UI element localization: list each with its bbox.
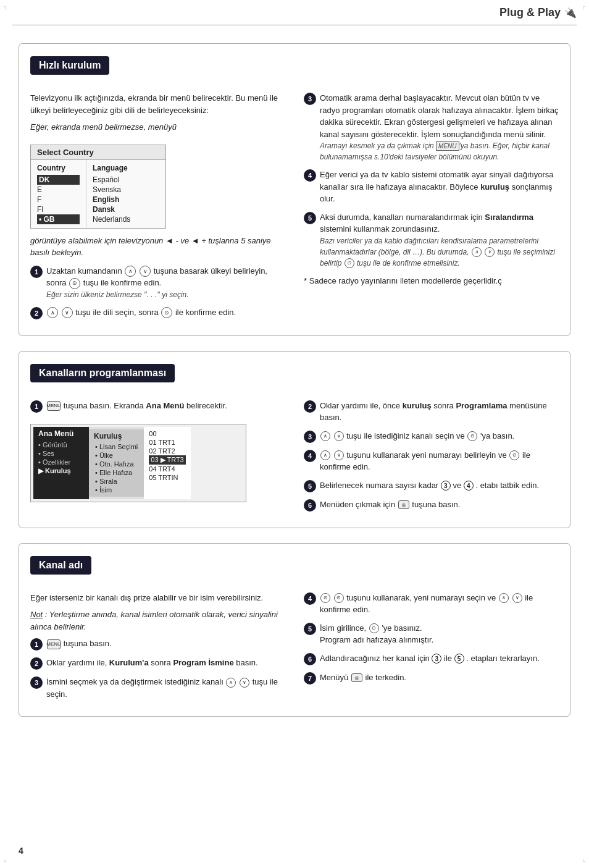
- section3-italic-rest: : Yerleştirme anında, kanal isimleri oto…: [30, 610, 278, 631]
- section1-title: Hızlı kurulum: [30, 56, 109, 75]
- step5-num: 5: [304, 212, 316, 224]
- step7-s3-text2: ile terkedin.: [366, 673, 406, 682]
- step7-s3-text: Menüyü: [320, 673, 351, 682]
- ch-trt4: 04 TRT4: [149, 465, 185, 473]
- step2-s2-text1: Oklar yardımı ile, önce: [320, 401, 403, 410]
- up3s3: ∧: [226, 678, 236, 688]
- ch-trt3: 03 ▶ TRT3: [149, 455, 185, 465]
- step4-s2-num: 4: [304, 450, 316, 462]
- step3-s2-content: ∧ ∨ tuşu ile istediğiniz kanalı seçin ve…: [320, 430, 559, 442]
- step6-s2: 6 Menüden çıkmak için ⊞ tuşuna basın.: [304, 499, 559, 512]
- corner-tr: ┌: [582, 4, 585, 9]
- step4-s2-text: tuşunu kullanarak yeni numarayı belirley…: [346, 450, 509, 460]
- step5-s2: 5 Belirlenecek numara sayısı kadar 3 ve …: [304, 479, 559, 492]
- step3-s2-text2: 'ya basın.: [480, 431, 514, 440]
- page-number: 4: [19, 846, 23, 856]
- step7-s3-num: 7: [304, 672, 316, 685]
- ref3-s3-icon: 3: [432, 654, 441, 664]
- step3-s3-num: 3: [30, 676, 43, 689]
- step2-text: tuşu ile dili seçin, sonra: [75, 308, 161, 317]
- sub-isim: • İsim: [94, 486, 139, 494]
- top-divider: [12, 25, 577, 25]
- ch-trt1: 01 TRT1: [149, 438, 185, 447]
- step4-s2: 4 ∧ ∨ tuşunu kullanarak yeni numarayı be…: [304, 449, 559, 473]
- section1-right: 3 Otomatik arama derhal başlayacaktır. M…: [304, 92, 559, 326]
- menu-right-title: Kuruluş: [94, 432, 139, 440]
- section3-right: 4 ⊙ ⊙ tuşunu kullanarak, yeni numarayı s…: [304, 592, 559, 707]
- step2-s2-content: Oklar yardımı ile, önce kuruluş sonra Pr…: [320, 400, 559, 424]
- country-col-left: Country DK E F FI • GB: [31, 160, 86, 228]
- step2-content: ∧ ∨ tuşu ile dili seçin, sonra ⊙ ile kon…: [46, 306, 285, 319]
- menu-item-kurulus: ▶ Kuruluş: [38, 466, 84, 476]
- ref5-s3-icon: 5: [454, 654, 464, 664]
- step5-s3-text: İsim girilince,: [320, 623, 369, 633]
- section2-left: 1 MENU tuşuna basın. Ekranda Ana Menü be…: [30, 400, 285, 518]
- country-gb: • GB: [37, 214, 80, 224]
- step1-num: 1: [30, 266, 43, 278]
- step1-s3-content: MENU tuşuna basın.: [46, 638, 285, 650]
- sub-lisan: • Lisan Seçimi: [94, 442, 139, 451]
- step3-content: Otomatik arama derhal başlayacaktır. Mev…: [320, 92, 559, 162]
- country-fi: FI: [37, 204, 80, 214]
- step1-text-part3: tuşu ile konfirme edin.: [83, 278, 161, 287]
- step6-s3-ile: ile: [444, 654, 454, 663]
- step4-content: Eğer verici ya da tv kablo sistemi otoma…: [320, 169, 559, 205]
- step6-s2-content: Menüden çıkmak için ⊞ tuşuna basın.: [320, 499, 559, 511]
- step1-s3: 1 MENU tuşuna basın.: [30, 638, 285, 651]
- step5-s2-text2: . etabı tatbik edin.: [475, 481, 539, 490]
- sub-elle: • Elle Hafıza: [94, 468, 139, 477]
- menu-left: Ana Menü • Görüntü • Ses • Özellikler ▶ …: [33, 427, 89, 499]
- ok3s2: ⊙: [467, 431, 477, 441]
- menu-icon7s3: ⊞: [351, 673, 362, 682]
- step5-s3: 5 İsim girilince, ⊙ 'ye basınız. Program…: [304, 622, 559, 646]
- step2-s2-bold2: Programlama: [456, 401, 507, 410]
- menu-channels: 00 01 TRT1 02 TRT2 03 ▶ TRT3 04 TRT4 05 …: [144, 427, 190, 499]
- step3-text: Otomatik arama derhal başlayacaktır. Mev…: [320, 92, 559, 140]
- step2-s2-bold1: kuruluş: [403, 401, 432, 410]
- step1-italic: Eğer sizin ülkeniz belirmezse ''. . .'' …: [46, 289, 285, 300]
- plug-icon: 🔌: [564, 7, 577, 19]
- lang-dansk: Dansk: [93, 204, 136, 214]
- step1-s2-num: 1: [30, 400, 43, 413]
- country-dk: DK: [37, 175, 80, 185]
- section-kanal-adi: Kanal adı Eğer isterseniz bir kanalı dış…: [19, 543, 570, 717]
- step1-content: Uzaktan kumandanın ∧ ∨ tuşuna basarak ül…: [46, 265, 285, 300]
- step2-s3: 2 Oklar yardımı ile, Kurulum'a sonra Pro…: [30, 657, 285, 670]
- step2-s3-bold1: Kurulum'a: [109, 658, 149, 667]
- step4-s3-text: tuşunu kullanarak, yeni numarayı seçin v…: [346, 593, 498, 602]
- corner-bl: ┘: [4, 859, 7, 864]
- menu-right-panel: Kuruluş • Lisan Seçimi • Ülke • Oto. Haf…: [89, 427, 144, 499]
- badge-label: Plug & Play: [499, 6, 561, 19]
- country-table-header: Select Country: [31, 145, 165, 160]
- right4s3: ⊙: [334, 593, 344, 603]
- step1-s2-content: MENU tuşuna basın. Ekranda Ana Menü beli…: [46, 400, 285, 412]
- step4-s3: 4 ⊙ ⊙ tuşunu kullanarak, yeni numarayı s…: [304, 592, 559, 616]
- step6-s3-text: Adlandıracağınız her kanal için: [320, 654, 432, 663]
- ref4-icon: 4: [464, 481, 474, 491]
- step4-bold: kuruluş: [480, 182, 509, 192]
- step7-s3: 7 Menüyü ⊞ ile terkedin.: [304, 672, 559, 685]
- country-table: Select Country Country DK E F FI • GB La…: [30, 145, 166, 229]
- step4-num: 4: [304, 169, 316, 182]
- country-e: E: [37, 185, 80, 195]
- step4-s3-content: ⊙ ⊙ tuşunu kullanarak, yeni numarayı seç…: [320, 592, 559, 616]
- step3-s2-num: 3: [304, 431, 316, 443]
- menu-item-ses: • Ses: [38, 449, 84, 458]
- step6-s3-content: Adlandıracağınız her kanal için 3 ile 5 …: [320, 652, 559, 665]
- menu-right-inner: Kuruluş • Lisan Seçimi • Ülke • Oto. Haf…: [89, 429, 144, 497]
- step3-s3: 3 İsmini seçmek ya da değiştirmek istedi…: [30, 676, 285, 700]
- lang-english: English: [93, 195, 136, 204]
- plug-play-badge: Plug & Play 🔌: [499, 6, 577, 19]
- step3-s1: 3 Otomatik arama derhal başlayacaktır. M…: [304, 92, 559, 162]
- step2-s3-num: 2: [30, 657, 43, 670]
- up4s2: ∧: [320, 450, 330, 460]
- step5-s3-text3: Program adı hafızaya alınmıştır.: [320, 635, 433, 644]
- down3s3: ∨: [240, 678, 249, 688]
- down2-icon: ∨: [62, 307, 73, 318]
- section1-left: Televizyonu ilk açtığınızda, ekranda bir…: [30, 92, 285, 326]
- up3s2: ∧: [320, 431, 330, 441]
- lang-svenska: Svenska: [93, 185, 136, 195]
- ch-trt2: 02 TRT2: [149, 447, 185, 455]
- ok2-icon: ⊙: [161, 307, 172, 318]
- down5-icon: ∨: [485, 247, 495, 257]
